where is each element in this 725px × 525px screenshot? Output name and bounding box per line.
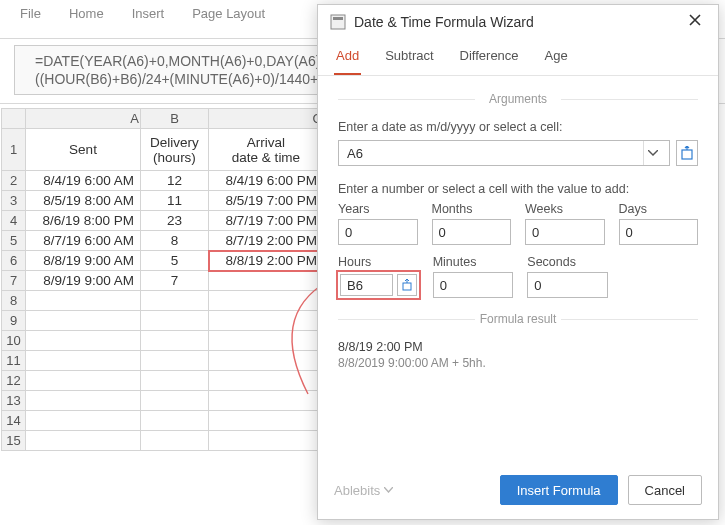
cell[interactable] xyxy=(209,431,324,451)
select-all-corner[interactable] xyxy=(2,109,26,129)
cell[interactable] xyxy=(209,411,324,431)
tab-age[interactable]: Age xyxy=(543,40,570,75)
wizard-tabs: Add Subtract Difference Age xyxy=(318,36,718,76)
cell[interactable] xyxy=(26,411,141,431)
svg-rect-1 xyxy=(333,17,343,20)
section-result: Formula result xyxy=(338,312,698,326)
tab-difference[interactable]: Difference xyxy=(458,40,521,75)
input-minutes[interactable] xyxy=(433,272,514,298)
cell[interactable] xyxy=(209,311,324,331)
cell[interactable] xyxy=(26,391,141,411)
row-header[interactable]: 3 xyxy=(2,191,26,211)
input-weeks[interactable] xyxy=(525,219,605,245)
row-header[interactable]: 1 xyxy=(2,129,26,171)
brand-label[interactable]: Ablebits xyxy=(334,483,490,498)
result-description: 8/8/2019 9:00:00 AM + 5hh. xyxy=(338,356,698,370)
cell[interactable] xyxy=(26,351,141,371)
cell[interactable]: 8/5/19 8:00 AM xyxy=(26,191,141,211)
insert-formula-button[interactable]: Insert Formula xyxy=(500,475,618,505)
close-icon[interactable] xyxy=(688,13,706,30)
cell[interactable]: 8/4/19 6:00 PM xyxy=(209,171,324,191)
row-header[interactable]: 12 xyxy=(2,371,26,391)
date-input[interactable]: A6 xyxy=(338,140,670,166)
row-header[interactable]: 6 xyxy=(2,251,26,271)
cell[interactable] xyxy=(209,351,324,371)
cell[interactable]: 5 xyxy=(141,251,209,271)
cell[interactable] xyxy=(141,351,209,371)
label-weeks: Weeks xyxy=(525,202,605,216)
cell[interactable] xyxy=(141,391,209,411)
cell[interactable] xyxy=(209,291,324,311)
cell[interactable] xyxy=(26,331,141,351)
chevron-down-icon[interactable] xyxy=(643,141,661,165)
cell[interactable] xyxy=(141,291,209,311)
result-value: 8/8/19 2:00 PM xyxy=(338,340,698,354)
hint-date: Enter a date as m/d/yyyy or select a cel… xyxy=(338,120,698,134)
col-header-b[interactable]: B xyxy=(141,109,209,129)
svg-rect-2 xyxy=(682,150,692,159)
cell[interactable]: 8/7/19 7:00 PM xyxy=(209,211,324,231)
row-header[interactable]: 4 xyxy=(2,211,26,231)
ribbon-tab-file[interactable]: File xyxy=(20,6,41,21)
cell[interactable] xyxy=(141,411,209,431)
cell[interactable]: 8/7/19 2:00 PM xyxy=(209,231,324,251)
row-header[interactable]: 2 xyxy=(2,171,26,191)
row-header[interactable]: 8 xyxy=(2,291,26,311)
row-header[interactable]: 10 xyxy=(2,331,26,351)
cell[interactable]: 8 xyxy=(141,231,209,251)
wizard-icon xyxy=(330,14,346,30)
col-header-c[interactable]: C xyxy=(209,109,324,129)
cell[interactable]: 8/9/19 9:00 AM xyxy=(26,271,141,291)
table-header-arrival[interactable]: Arrival date & time xyxy=(209,129,324,171)
cell[interactable] xyxy=(26,371,141,391)
cell[interactable] xyxy=(26,291,141,311)
cell[interactable] xyxy=(141,371,209,391)
cell[interactable] xyxy=(26,431,141,451)
ribbon-tab-pagelayout[interactable]: Page Layout xyxy=(192,6,265,21)
row-header[interactable]: 14 xyxy=(2,411,26,431)
ribbon-tabs: File Home Insert Page Layout xyxy=(0,6,265,21)
tab-subtract[interactable]: Subtract xyxy=(383,40,435,75)
input-days[interactable] xyxy=(619,219,699,245)
cell[interactable] xyxy=(209,391,324,411)
cell[interactable] xyxy=(141,431,209,451)
cell-ref-button-hours[interactable] xyxy=(397,274,417,296)
input-years[interactable] xyxy=(338,219,418,245)
row-header[interactable]: 13 xyxy=(2,391,26,411)
cell[interactable]: 8/8/19 2:00 PM xyxy=(209,251,324,271)
input-months[interactable] xyxy=(432,219,512,245)
row-header[interactable]: 9 xyxy=(2,311,26,331)
col-header-a[interactable]: A xyxy=(26,109,141,129)
input-hours[interactable] xyxy=(340,274,393,296)
cell-ref-button[interactable] xyxy=(676,140,698,166)
cell[interactable]: 8/8/19 9:00 AM xyxy=(26,251,141,271)
ribbon-tab-insert[interactable]: Insert xyxy=(132,6,165,21)
cell[interactable]: 23 xyxy=(141,211,209,231)
cell[interactable] xyxy=(26,311,141,331)
cell[interactable]: 11 xyxy=(141,191,209,211)
row-header[interactable]: 7 xyxy=(2,271,26,291)
cell[interactable]: 8/4/19 6:00 AM xyxy=(26,171,141,191)
cell[interactable] xyxy=(209,371,324,391)
table-header-delivery[interactable]: Delivery (hours) xyxy=(141,129,209,171)
row-header[interactable]: 15 xyxy=(2,431,26,451)
cancel-button[interactable]: Cancel xyxy=(628,475,702,505)
cell[interactable]: 8/6/19 8:00 PM xyxy=(26,211,141,231)
cell[interactable] xyxy=(209,271,324,291)
table-header-sent[interactable]: Sent xyxy=(26,129,141,171)
label-years: Years xyxy=(338,202,418,216)
cell[interactable]: 7 xyxy=(141,271,209,291)
input-seconds[interactable] xyxy=(527,272,608,298)
tab-add[interactable]: Add xyxy=(334,40,361,75)
cell[interactable] xyxy=(141,311,209,331)
label-months: Months xyxy=(432,202,512,216)
ribbon-tab-home[interactable]: Home xyxy=(69,6,104,21)
cell[interactable]: 12 xyxy=(141,171,209,191)
input-hours-highlight xyxy=(336,270,421,300)
row-header[interactable]: 11 xyxy=(2,351,26,371)
cell[interactable] xyxy=(209,331,324,351)
cell[interactable]: 8/5/19 7:00 PM xyxy=(209,191,324,211)
cell[interactable] xyxy=(141,331,209,351)
cell[interactable]: 8/7/19 6:00 AM xyxy=(26,231,141,251)
row-header[interactable]: 5 xyxy=(2,231,26,251)
